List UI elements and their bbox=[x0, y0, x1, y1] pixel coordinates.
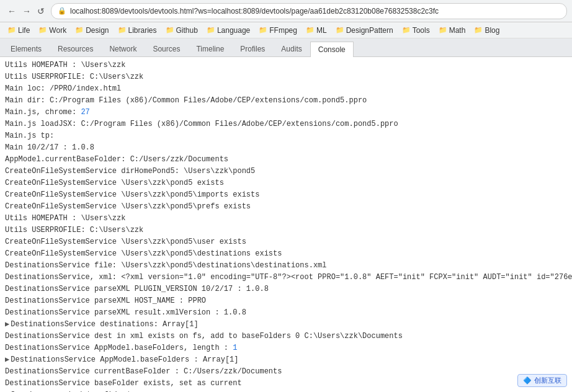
forward-button[interactable]: → bbox=[20, 5, 34, 17]
bookmark-label: ML bbox=[316, 26, 327, 35]
bookmark-item-github[interactable]: 📁Github bbox=[162, 25, 202, 36]
watermark-icon: 🔷 bbox=[523, 376, 532, 385]
url-text: localhost:8089/devtools/devtools.html?ws… bbox=[70, 7, 439, 16]
tab-sources[interactable]: Sources bbox=[145, 41, 188, 56]
bookmark-item-ffmpeg[interactable]: 📁FFmpeg bbox=[255, 25, 301, 36]
folder-icon: 📁 bbox=[118, 26, 127, 34]
bookmark-label: Blog bbox=[485, 26, 499, 35]
bookmark-item-tools[interactable]: 📁Tools bbox=[398, 25, 434, 36]
nav-buttons: ← → ↺ bbox=[5, 5, 47, 17]
bookmark-label: Math bbox=[449, 26, 466, 35]
bookmark-item-design[interactable]: 📁Design bbox=[71, 25, 112, 36]
bookmark-item-math[interactable]: 📁Math bbox=[435, 25, 470, 36]
browser-toolbar: ← → ↺ 🔒 localhost:8089/devtools/devtools… bbox=[0, 0, 572, 22]
bookmarks-bar: 📁Life📁Work📁Design📁Libraries📁Github📁Langu… bbox=[0, 22, 572, 38]
console-line: Main dir: C:/Program Files (x86)/Common … bbox=[0, 95, 572, 107]
console-line: DestinationsService AppModel.baseFolders… bbox=[0, 342, 572, 354]
folder-icon: 📁 bbox=[306, 26, 315, 34]
watermark: 🔷 创新互联 bbox=[517, 374, 567, 387]
console-line: AppModel.currentBaseFolder: C:/Users/zzk… bbox=[0, 154, 572, 166]
bookmark-item-ml[interactable]: 📁ML bbox=[302, 25, 331, 36]
bookmark-item-language[interactable]: 📁Language bbox=[203, 25, 254, 36]
tab-timeline[interactable]: Timeline bbox=[188, 41, 232, 56]
bookmark-item-life[interactable]: 📁Life bbox=[4, 25, 34, 36]
console-line: Utils USERPROFILE: C:\Users\zzk bbox=[0, 71, 572, 83]
folder-icon: 📁 bbox=[336, 26, 344, 34]
watermark-text: 创新互联 bbox=[534, 376, 561, 385]
bookmark-label: Github bbox=[176, 26, 198, 35]
reload-button[interactable]: ↺ bbox=[35, 5, 47, 17]
tab-console[interactable]: Console bbox=[310, 42, 354, 57]
console-line: CreateOnFileSystemService \Users\zzk\pon… bbox=[0, 189, 572, 201]
bookmark-label: DesignPattern bbox=[346, 26, 393, 35]
folder-icon: 📁 bbox=[207, 26, 215, 34]
address-bar[interactable]: 🔒 localhost:8089/devtools/devtools.html?… bbox=[51, 3, 567, 19]
console-line: DestinationsService, xml: <?xml version=… bbox=[0, 272, 572, 283]
folder-icon: 📁 bbox=[38, 26, 47, 34]
devtools-tabs: ElementsResourcesNetworkSourcesTimelineP… bbox=[0, 38, 572, 57]
console-line: CreateOnFileSystemService \Users\zzk\pon… bbox=[0, 201, 572, 213]
console-line: DestinationsService parseXML PLUGIN_VERS… bbox=[0, 283, 572, 295]
tab-network[interactable]: Network bbox=[101, 41, 145, 56]
bookmark-label: Language bbox=[217, 26, 250, 35]
folder-icon: 📁 bbox=[75, 26, 84, 34]
tab-audits[interactable]: Audits bbox=[273, 41, 310, 56]
bookmark-label: Tools bbox=[413, 26, 430, 35]
console-line: Utils HOMEPATH : \Users\zzk bbox=[0, 213, 572, 225]
bookmark-item-blog[interactable]: 📁Blog bbox=[470, 25, 503, 36]
bookmark-label: Libraries bbox=[128, 26, 157, 35]
blue-value: 1 bbox=[233, 344, 237, 352]
folder-icon: 📁 bbox=[7, 26, 16, 34]
console-line: CreateOnFileSystemService \Users\zzk\pon… bbox=[0, 177, 572, 189]
tab-elements[interactable]: Elements bbox=[2, 41, 50, 56]
console-line: Utils USERPROFILE: C:\Users\zzk bbox=[0, 225, 572, 236]
bookmark-label: Work bbox=[49, 26, 66, 35]
folder-icon: 📁 bbox=[259, 26, 267, 34]
bookmark-label: FFmpeg bbox=[269, 26, 297, 35]
console-line: CreateOnFileSystemService \Users\zzk\pon… bbox=[0, 248, 572, 260]
console-line: ▶DestinationsService AppModel.baseFolder… bbox=[0, 354, 572, 366]
bookmark-label: Life bbox=[18, 26, 30, 35]
expand-arrow[interactable]: ▶ bbox=[5, 355, 9, 364]
console-line: Utils HOMEPATH : \Users\zzk bbox=[0, 60, 572, 71]
bookmark-label: Design bbox=[86, 26, 109, 35]
console-line: CreateOnFileSystemService dirHomePond5: … bbox=[0, 166, 572, 177]
console-line: DestinationsService dest in xml exists o… bbox=[0, 331, 572, 342]
blue-value: 27 bbox=[81, 108, 89, 117]
lock-icon: 🔒 bbox=[58, 7, 66, 15]
tab-profiles[interactable]: Profiles bbox=[232, 41, 273, 56]
tab-resources[interactable]: Resources bbox=[50, 41, 101, 56]
console-line: ▶DestinationsService destinations: Array… bbox=[0, 319, 572, 331]
console-line: Main.js tp: bbox=[0, 130, 572, 142]
folder-icon: 📁 bbox=[439, 26, 447, 34]
back-button[interactable]: ← bbox=[5, 5, 19, 17]
console-line: DestinationsService parseXML result.xmlV… bbox=[0, 307, 572, 319]
folder-icon: 📁 bbox=[474, 26, 483, 34]
console-line: Main 10/2/17 : 1.0.8 bbox=[0, 142, 572, 154]
console-line: DestinationsService baseFolder exists, s… bbox=[0, 378, 572, 390]
bookmark-item-libraries[interactable]: 📁Libraries bbox=[114, 25, 161, 36]
console-line: Main loc: /PPRO/index.html bbox=[0, 83, 572, 95]
bookmark-item-work[interactable]: 📁Work bbox=[35, 25, 70, 36]
console-line: DestinationsService currentBaseFolder : … bbox=[0, 366, 572, 378]
console-line: CreateOnFileSystemService \Users\zzk\pon… bbox=[0, 236, 572, 248]
console-line: Main.js, chrome: 27 bbox=[0, 107, 572, 118]
console-line: DestinationsService parseXML HOST_NAME :… bbox=[0, 295, 572, 307]
console-area: Utils HOMEPATH : \Users\zzkUtils USERPRO… bbox=[0, 57, 572, 392]
console-line: DestinationsService file: \Users\zzk\pon… bbox=[0, 260, 572, 272]
expand-arrow[interactable]: ▶ bbox=[5, 320, 9, 329]
folder-icon: 📁 bbox=[166, 26, 174, 34]
bookmark-item-designpattern[interactable]: 📁DesignPattern bbox=[332, 25, 397, 36]
folder-icon: 📁 bbox=[402, 26, 411, 34]
console-line: Main.js loadJSX: C:/Program Files (x86)/… bbox=[0, 118, 572, 130]
